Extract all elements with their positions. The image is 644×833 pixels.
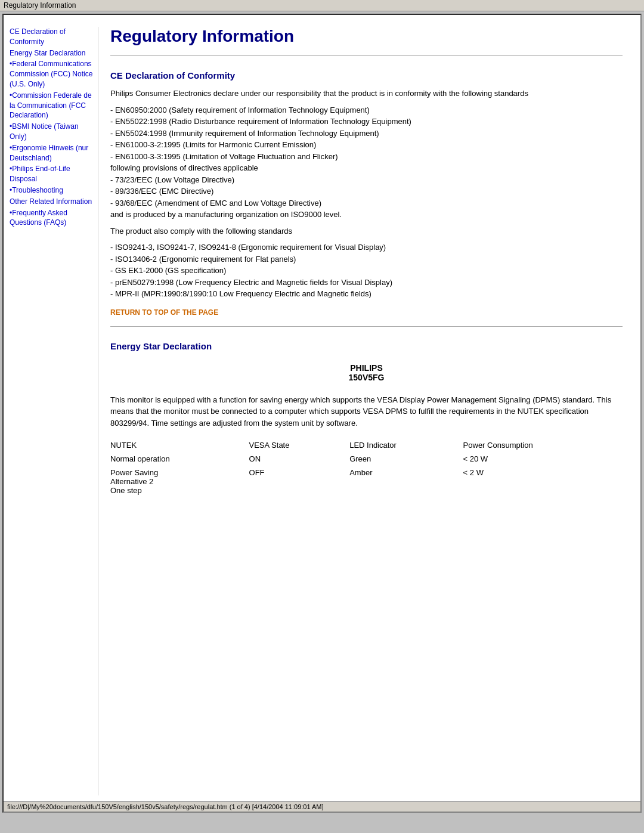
energy-section-title: Energy Star Declaration	[110, 341, 623, 351]
product-name-line2: 150V5FG	[349, 373, 385, 382]
sidebar-link-disposal[interactable]: •Philips End-of-Life Disposal	[10, 164, 93, 184]
status-bar: file:///D|/My%20documents/dfu/150V5/engl…	[4, 801, 640, 812]
product-name-line1: PHILIPS	[350, 363, 382, 373]
energy-description: This monitor is equipped with a function…	[110, 394, 623, 429]
ce-section: CE Declaration of Conformity Philips Con…	[110, 70, 623, 317]
sidebar-link-fcc2[interactable]: •Commission Federale de la Communication…	[10, 91, 93, 120]
sidebar-link-fcc[interactable]: •Federal Communications Commission (FCC)…	[10, 59, 93, 89]
ce-intro: Philips Consumer Electronics declare und…	[110, 88, 623, 100]
ce-also-standards-list: - ISO9241-3, ISO9241-7, ISO9241-8 (Ergon…	[110, 241, 623, 300]
page-wrapper: CE Declaration of Conformity Energy Star…	[4, 15, 640, 801]
browser-frame: CE Declaration of Conformity Energy Star…	[2, 14, 642, 813]
ce-standards-list: - EN60950:2000 (Safety requirement of In…	[110, 104, 623, 221]
row2-power: < 2 W	[463, 466, 623, 497]
window-title: Regulatory Information	[4, 1, 76, 10]
main-content: Regulatory Information CE Declaration of…	[98, 27, 634, 795]
row1-led: Green	[349, 452, 463, 466]
row2-led: Amber	[349, 466, 463, 497]
sidebar-link-troubleshooting[interactable]: •Troubleshooting	[10, 185, 93, 196]
ce-section-title: CE Declaration of Conformity	[110, 70, 623, 80]
table-header-power: Power Consumption	[463, 438, 623, 452]
table-header-row: NUTEK VESA State LED Indicator Power Con…	[110, 438, 623, 452]
sidebar-link-bsmi[interactable]: •BSMI Notice (Taiwan Only)	[10, 122, 93, 142]
power-table: NUTEK VESA State LED Indicator Power Con…	[110, 438, 623, 497]
table-header-led: LED Indicator	[349, 438, 463, 452]
row2-nutek: Power SavingAlternative 2One step	[110, 466, 249, 497]
row1-power: < 20 W	[463, 452, 623, 466]
window-title-bar: Regulatory Information	[0, 0, 644, 11]
sidebar-link-energy[interactable]: Energy Star Declaration	[10, 48, 93, 58]
table-row: Power SavingAlternative 2One step OFF Am…	[110, 466, 623, 497]
table-header-nutek: NUTEK	[110, 438, 249, 452]
sidebar-link-faq[interactable]: •Frequently Asked Questions (FAQs)	[10, 208, 93, 228]
row1-vesa: ON	[249, 452, 350, 466]
sidebar-link-other[interactable]: Other Related Information	[10, 197, 93, 207]
table-row: Normal operation ON Green < 20 W	[110, 452, 623, 466]
sidebar-link-ce[interactable]: CE Declaration of Conformity	[10, 27, 93, 47]
status-bar-text: file:///D|/My%20documents/dfu/150V5/engl…	[7, 803, 324, 810]
top-divider	[110, 55, 623, 56]
ce-also-comply: The product also comply with the followi…	[110, 225, 623, 237]
energy-section: Energy Star Declaration PHILIPS 150V5FG …	[110, 341, 623, 498]
return-to-top-link[interactable]: RETURN TO TOP OF THE PAGE	[110, 308, 623, 317]
sidebar-link-ergo[interactable]: •Ergonomie Hinweis (nur Deutschland)	[10, 143, 93, 163]
row2-vesa: OFF	[249, 466, 350, 497]
mid-divider	[110, 326, 623, 327]
page-title: Regulatory Information	[110, 27, 623, 46]
sidebar: CE Declaration of Conformity Energy Star…	[10, 27, 98, 795]
product-name: PHILIPS 150V5FG	[110, 363, 623, 382]
table-header-vesa: VESA State	[249, 438, 350, 452]
row1-nutek: Normal operation	[110, 452, 249, 466]
